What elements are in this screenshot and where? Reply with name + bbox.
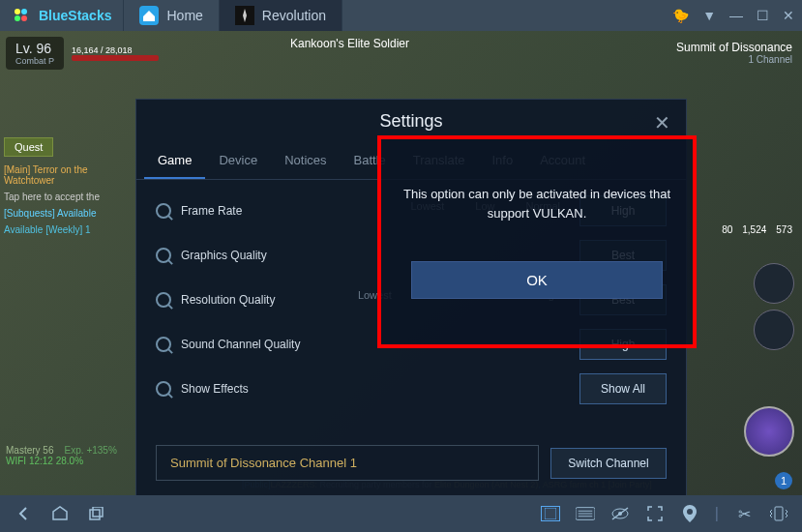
settings-title-text: Settings (379, 111, 442, 131)
vulkan-modal: This option can only be activated in dev… (381, 139, 693, 344)
revolution-icon (235, 6, 254, 25)
currency-a: 80 (722, 224, 732, 235)
svg-line-15 (612, 508, 628, 519)
subquests-label[interactable]: [Subquests] Available (4, 208, 130, 219)
currency-c: 573 (776, 224, 792, 235)
home-icon (139, 6, 159, 25)
level-text: Lv. 96 (15, 41, 54, 56)
notification-badge[interactable]: 1 (775, 472, 792, 489)
revolution-tab[interactable]: Revolution (220, 0, 342, 31)
tab-game[interactable]: Game (144, 143, 205, 179)
main-quest-title[interactable]: [Main] Terror on the Watchtower (4, 164, 130, 186)
taskbar-tools: | ✂ (541, 505, 788, 522)
skill-slot-1[interactable] (754, 263, 794, 304)
currency-bar: 80 1,524 573 (722, 224, 792, 235)
eye-hide-icon[interactable] (610, 506, 630, 521)
tab-notices[interactable]: Notices (271, 143, 340, 179)
resolution-label: Resolution Quality (181, 293, 307, 307)
home-label: Home (166, 8, 202, 23)
modal-ok-button[interactable]: OK (411, 261, 663, 299)
channel-display: Summit of Dissonance Channel 1 (156, 445, 539, 481)
channel-row: Summit of Dissonance Channel 1 Switch Ch… (136, 435, 686, 490)
fullscreen-icon[interactable] (645, 506, 665, 521)
location-icon[interactable] (680, 506, 699, 521)
svg-rect-8 (545, 508, 556, 519)
graphics-label: Graphics Quality (181, 249, 307, 262)
svg-point-2 (15, 15, 20, 21)
effects-value[interactable]: Show All (579, 373, 667, 404)
right-icon-bar (754, 263, 794, 350)
magnifier-icon[interactable] (156, 203, 171, 219)
frame-rate-label: Frame Rate (181, 204, 307, 218)
revolution-label: Revolution (262, 8, 326, 23)
bluestacks-label: BlueStacks (39, 8, 111, 23)
currency-b: 1,524 (742, 224, 766, 235)
zone-name: Summit of Dissonance (676, 41, 792, 54)
status-bottom-left: Mastery 56 Exp. +135% WIFI 12:12 28.0% (6, 445, 117, 466)
bluestacks-taskbar: | ✂ (0, 495, 802, 532)
svg-point-16 (687, 509, 693, 515)
level-box[interactable]: Lv. 96 Combat P (6, 37, 64, 70)
quest-button[interactable]: Quest (4, 137, 53, 157)
mastery-text: Mastery 56 (6, 445, 53, 456)
svg-point-3 (21, 15, 27, 21)
magnifier-icon[interactable] (156, 248, 171, 263)
keyboard-icon[interactable] (576, 506, 595, 521)
nav-buttons (14, 506, 106, 521)
maximize-button[interactable]: ☐ (757, 8, 769, 23)
weekly-label[interactable]: Available [Weekly] 1 (4, 224, 130, 235)
svg-rect-17 (775, 507, 783, 520)
magnifier-icon[interactable] (156, 337, 171, 352)
home-tab[interactable]: Home (124, 0, 219, 31)
zone-channel: 1 Channel (676, 54, 792, 65)
player-hud: Lv. 96 Combat P 16,164 / 28,018 (6, 37, 159, 70)
magnifier-icon[interactable] (156, 381, 171, 397)
settings-title-bar: Settings ✕ (136, 100, 686, 143)
minimize-button[interactable]: — (729, 8, 743, 23)
wifi-text: WIFI 12:12 28.0% (6, 456, 83, 466)
main-action-button[interactable] (744, 406, 794, 457)
exp-text: Exp. +135% (65, 445, 117, 456)
target-icon[interactable] (541, 506, 560, 521)
zone-display: Summit of Dissonance 1 Channel (676, 41, 792, 65)
svg-point-0 (15, 9, 20, 15)
svg-point-1 (21, 9, 27, 15)
recents-button[interactable] (87, 506, 106, 521)
svg-rect-6 (90, 510, 100, 519)
tab-device[interactable]: Device (205, 143, 271, 179)
quest-panel: Quest [Main] Terror on the Watchtower Ta… (4, 137, 130, 241)
dropdown-icon[interactable]: ▼ (702, 8, 716, 23)
modal-message: This option can only be activated in dev… (401, 185, 673, 222)
svg-rect-7 (93, 507, 103, 517)
hp-bar (72, 55, 159, 61)
combat-text: Combat P (15, 56, 54, 66)
home-button[interactable] (50, 506, 70, 521)
skill-slot-2[interactable] (754, 310, 794, 350)
effects-label: Show Effects (181, 382, 307, 396)
bluestacks-logo-tab: BlueStacks (0, 0, 124, 31)
window-controls: 🐤 ▼ — ☐ ✕ (672, 0, 794, 31)
shake-icon[interactable] (769, 506, 788, 521)
scissors-icon[interactable]: ✂ (734, 506, 754, 521)
settings-close-button[interactable]: ✕ (654, 111, 670, 134)
switch-channel-button[interactable]: Switch Channel (550, 448, 667, 479)
sound-label: Sound Channel Quality (181, 338, 307, 351)
window-tab-bar: BlueStacks Home Revolution 🐤 ▼ — ☐ ✕ (0, 0, 802, 31)
main-quest-desc: Tap here to accept the (4, 192, 130, 202)
hp-text: 16,164 / 28,018 (72, 45, 159, 55)
magnifier-icon[interactable] (156, 292, 171, 308)
close-window-button[interactable]: ✕ (783, 8, 794, 23)
row-effects: Show Effects Show All (156, 373, 667, 404)
back-button[interactable] (14, 506, 33, 521)
boss-name: Kankoon's Elite Soldier (290, 37, 409, 50)
bird-icon[interactable]: 🐤 (672, 8, 689, 23)
bluestacks-icon (12, 6, 31, 25)
